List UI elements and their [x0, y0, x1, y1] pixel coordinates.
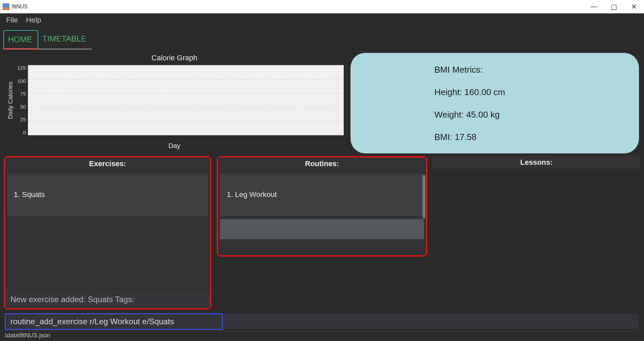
chart-xlabel: Day — [5, 135, 344, 150]
scrollbar[interactable] — [423, 175, 425, 218]
maximize-button[interactable]: ▢ — [604, 0, 624, 13]
window-title: fitNUS — [12, 4, 584, 10]
lessons-list[interactable] — [433, 169, 640, 310]
menu-file[interactable]: File — [6, 16, 18, 24]
chart-plot-area — [28, 65, 344, 135]
exercises-panel: Exercises: 1. Squats — [4, 156, 211, 291]
routines-header: Routines: — [218, 157, 426, 170]
ytick: 0 — [17, 130, 26, 135]
window-controls: — ▢ ✕ — [584, 0, 644, 13]
bmi-title: BMI Metrics: — [434, 65, 626, 74]
ytick: 75 — [17, 91, 26, 96]
bmi-weight: Weight: 45.00 kg — [434, 110, 626, 119]
calorie-chart: Calorie Graph Daily Calories 125 100 75 … — [5, 52, 344, 153]
tabs: HOME TIMETABLE — [0, 27, 644, 50]
tab-timetable[interactable]: TIMETABLE — [38, 30, 92, 50]
tab-home[interactable]: HOME — [3, 30, 38, 50]
chart-ylabel: Daily Calories — [5, 65, 16, 135]
exercises-header: Exercises: — [5, 157, 210, 170]
list-item[interactable] — [220, 219, 424, 239]
ytick: 25 — [17, 117, 26, 122]
app-icon — [3, 3, 9, 10]
lessons-panel: Lessons: — [433, 156, 640, 310]
close-button[interactable]: ✕ — [624, 0, 644, 13]
minimize-button[interactable]: — — [584, 0, 604, 13]
feedback-message: New exercise added: Squats Tags: — [5, 291, 210, 308]
menubar: File Help — [0, 13, 644, 27]
bmi-value: BMI: 17.58 — [434, 133, 626, 141]
list-item[interactable]: 1. Squats — [7, 174, 208, 216]
bmi-panel: BMI Metrics: Height: 160.00 cm Weight: 4… — [351, 53, 639, 153]
bmi-height: Height: 160.00 cm — [434, 88, 626, 96]
window-titlebar: fitNUS — ▢ ✕ — [0, 0, 644, 13]
exercises-list[interactable]: 1. Squats — [5, 170, 210, 291]
lessons-header: Lessons: — [433, 156, 640, 169]
chart-title: Calorie Graph — [5, 52, 344, 65]
ytick: 100 — [17, 78, 26, 84]
list-item[interactable]: 1. Leg Workout — [220, 174, 424, 216]
statusbar: .\data\fitNUS.json — [0, 331, 644, 341]
ytick: 50 — [17, 104, 26, 110]
ytick: 125 — [17, 65, 26, 71]
routines-list[interactable]: 1. Leg Workout — [218, 170, 426, 255]
routines-panel: Routines: 1. Leg Workout — [217, 156, 427, 257]
chart-yticks: 125 100 75 50 25 0 — [16, 65, 28, 135]
menu-help[interactable]: Help — [26, 16, 41, 24]
